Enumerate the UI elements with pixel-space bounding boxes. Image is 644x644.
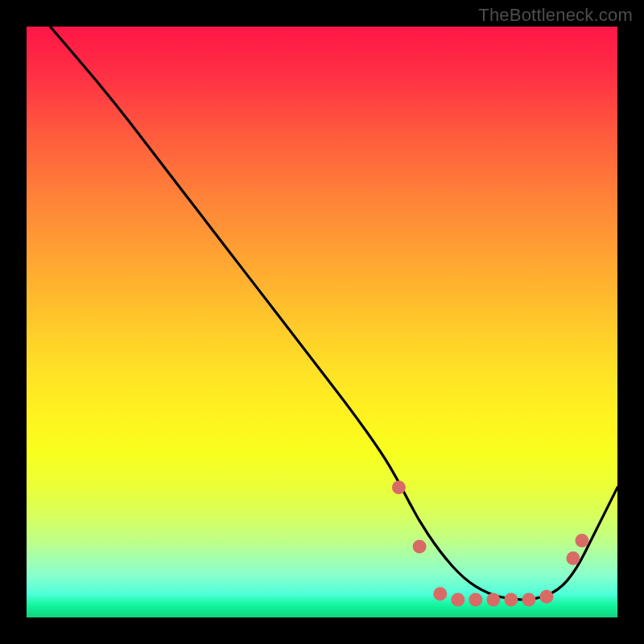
chart-marker-point: [575, 534, 588, 547]
chart-marker-point: [392, 481, 406, 494]
chart-svg: [27, 27, 617, 617]
watermark-text: TheBottleneck.com: [478, 5, 633, 26]
chart-marker-point: [486, 592, 500, 606]
chart-curve-line: [50, 27, 617, 600]
chart-marker-point: [451, 592, 464, 606]
chart-marker-point: [504, 592, 518, 606]
chart-marker-point: [522, 592, 535, 606]
chart-marker-point: [469, 592, 482, 606]
chart-marker-point: [413, 539, 427, 553]
chart-marker-point: [433, 587, 447, 601]
chart-marker-point: [566, 551, 580, 565]
chart-plot-area: [27, 27, 617, 617]
chart-marker-point: [539, 590, 553, 604]
